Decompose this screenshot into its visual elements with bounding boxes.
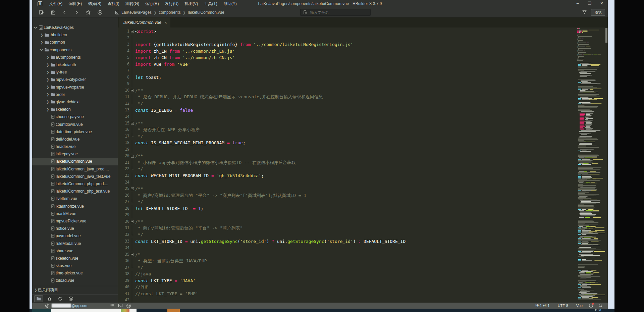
history-clock-icon[interactable]: [589, 303, 593, 308]
menu-item[interactable]: 工具(T): [201, 0, 220, 7]
code-line[interactable]: 4import zh_EN from '../common/zh_EN.js': [118, 48, 574, 55]
tree-item[interactable]: paymodel.vue: [32, 232, 118, 240]
breadcrumb-item[interactable]: laiketuiCommon.vue: [188, 10, 224, 15]
tree-item[interactable]: notice.vue: [32, 225, 118, 232]
scrollbar-thumb[interactable]: [605, 28, 607, 43]
fold-collapse-icon[interactable]: [129, 186, 135, 192]
debug-icon[interactable]: [45, 295, 54, 302]
community-icon[interactable]: [66, 295, 75, 302]
bell-icon[interactable]: [598, 303, 602, 308]
tree-item[interactable]: ❯LaiKeJavaPages: [32, 24, 118, 31]
code-line[interactable]: 32 */: [118, 231, 574, 238]
star-icon[interactable]: [85, 9, 92, 16]
tree-item[interactable]: ❯common: [32, 39, 118, 46]
tree-item[interactable]: ❯order: [32, 91, 118, 98]
encoding-indicator[interactable]: UTF-8: [558, 304, 568, 308]
tree-item[interactable]: ❯.hbuilderx: [32, 31, 118, 39]
code-line[interactable]: 9: [118, 81, 574, 87]
tree-item[interactable]: delModel.vue: [32, 136, 118, 143]
code-line[interactable]: 39const LKT_TYPE = 'JAVA': [118, 277, 574, 284]
fold-collapse-icon[interactable]: [129, 251, 135, 258]
code-line[interactable]: 12 */: [118, 100, 574, 107]
tree-item[interactable]: ❯mpvue-wxparse: [32, 84, 118, 91]
new-file-icon[interactable]: [38, 9, 45, 16]
tree-item[interactable]: time-picker.vue: [32, 269, 118, 277]
code-line[interactable]: 14: [118, 113, 574, 120]
community-icon[interactable]: [126, 303, 131, 308]
code-line[interactable]: 31 * 商户/商城id:管理后台的 "平台" -> "商户列表": [118, 225, 574, 231]
code-line[interactable]: 33const LKT_STORE_ID = uni.getStorageSyn…: [118, 238, 574, 245]
editor-tab[interactable]: laiketuiCommon.vue ×: [119, 17, 170, 28]
code-editor[interactable]: 1<script>23import {getLaiketuiNoRegister…: [118, 28, 608, 303]
code-line[interactable]: 13const IS_DEBUG = false: [118, 107, 574, 114]
code-line[interactable]: 41//const LKT_TYPE = 'PHP': [118, 291, 574, 297]
fold-collapse-icon[interactable]: [129, 87, 135, 94]
code-line[interactable]: 25/**: [118, 186, 574, 192]
code-line[interactable]: 21 * 小程序 app分享到微信小程序的微信小程序原始ID -- 在微信小程序…: [118, 159, 574, 166]
tree-item[interactable]: ruleModal.vue: [32, 240, 118, 247]
code-line[interactable]: 40//PHP: [118, 284, 574, 291]
forward-icon[interactable]: [73, 9, 80, 16]
minimize-button[interactable]: –: [572, 0, 584, 7]
code-line[interactable]: 7: [118, 67, 574, 74]
fold-collapse-icon[interactable]: [129, 120, 135, 127]
menu-item[interactable]: 跳转(G): [122, 0, 142, 7]
code-line[interactable]: 29: [118, 212, 574, 218]
account-icon[interactable]: [45, 303, 50, 308]
taskbar-app-teal[interactable]: [32, 309, 51, 312]
tree-item[interactable]: mpvuePicker.vue: [32, 217, 118, 225]
code-line[interactable]: 34: [118, 245, 574, 251]
code-line[interactable]: 10/**: [118, 87, 574, 94]
menu-item[interactable]: 查找(I): [104, 0, 122, 7]
taskbar-app-orange[interactable]: [167, 309, 180, 312]
tree-item[interactable]: countdown.vue: [32, 120, 118, 128]
code-line[interactable]: 27 */: [118, 199, 574, 205]
tree-item[interactable]: header.vue: [32, 143, 118, 150]
fold-collapse-icon[interactable]: [129, 218, 135, 225]
menu-item[interactable]: 帮助(Y): [220, 0, 240, 7]
preview-button[interactable]: 预览: [591, 9, 605, 16]
tree-item[interactable]: date-time-picker.vue: [32, 128, 118, 136]
code-line[interactable]: 26 * 商户/商城id:管理后台的 "平台" -> "商户列表"['商城列表'…: [118, 192, 574, 199]
folder-icon[interactable]: [34, 295, 43, 302]
code-line[interactable]: 5import zh_CN from '../common/zh_CN.js': [118, 54, 574, 61]
code-line[interactable]: 42: [118, 297, 574, 303]
tab-close-icon[interactable]: ×: [164, 20, 167, 25]
breadcrumb-item[interactable]: LaiKeJavaPages: [121, 10, 152, 15]
closed-projects-row[interactable]: ❯ 已关闭项目: [32, 286, 118, 294]
tree-item[interactable]: laiketuiCommon_java_prod....: [32, 165, 118, 173]
menu-item[interactable]: 运行(R): [142, 0, 162, 7]
close-button[interactable]: ✕: [596, 0, 608, 7]
code-line[interactable]: 19: [118, 146, 574, 153]
tree-item[interactable]: ❯skeleton: [32, 106, 118, 113]
tree-item[interactable]: lktauthorize.vue: [32, 203, 118, 210]
tree-item[interactable]: share.vue: [32, 247, 118, 255]
code-line[interactable]: 8let toast;: [118, 74, 574, 81]
tree-item[interactable]: maskM.vue: [32, 210, 118, 217]
code-line[interactable]: 15/**: [118, 120, 574, 127]
tree-item[interactable]: laiketuiCommon_php_prod....: [32, 180, 118, 188]
code-line[interactable]: 38//java: [118, 271, 574, 277]
code-line[interactable]: 11 * 是否 DEBUG, 开启 DEBUG 模式会在H5端显示 vconso…: [118, 94, 574, 100]
code-line[interactable]: 17 */: [118, 133, 574, 140]
terminal-icon[interactable]: [118, 303, 123, 308]
fold-collapse-icon[interactable]: [129, 28, 135, 35]
outline-list-icon[interactable]: [110, 303, 115, 308]
code-line[interactable]: 36 * 类型: 当前后台类型 JAVA/PHP: [118, 258, 574, 264]
run-icon[interactable]: [96, 9, 104, 16]
tree-item-selected[interactable]: laiketuiCommon.vue: [32, 158, 118, 165]
minimap[interactable]: [576, 28, 605, 303]
menu-item[interactable]: 选择(S): [85, 0, 104, 7]
code-line[interactable]: 6import Vue from 'vue': [118, 61, 574, 68]
cursor-position[interactable]: 行:1 列:1: [535, 303, 549, 308]
tree-item[interactable]: choose-pay.vue: [32, 113, 118, 120]
tree-item[interactable]: skeleton.vue: [32, 255, 118, 262]
tree-item[interactable]: ❯ly-tree: [32, 68, 118, 76]
tree-item[interactable]: ❯mpvue-citypicker: [32, 76, 118, 83]
code-line[interactable]: 37 */: [118, 264, 574, 271]
windows-taskbar[interactable]: 1163: [30, 309, 614, 312]
code-line[interactable]: 28let DEFAULT_STORE_ID = 1;: [118, 205, 574, 212]
filter-icon[interactable]: [582, 10, 587, 15]
tree-item[interactable]: ❯laiketuiauth: [32, 61, 118, 68]
code-line[interactable]: 20/**: [118, 153, 574, 159]
